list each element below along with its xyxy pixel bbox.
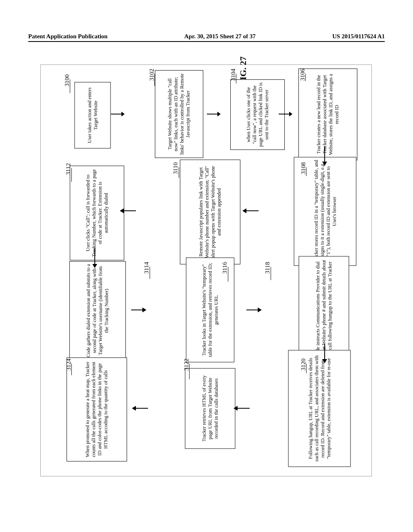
box-3100: User takes action and enters Target Webs… bbox=[75, 82, 111, 149]
ref-3114: 3114 bbox=[143, 262, 150, 274]
leader-3122 bbox=[189, 364, 190, 379]
arrow-3100-3102 bbox=[110, 109, 125, 119]
header-left: Patent Application Publication bbox=[28, 33, 108, 40]
box-3104: when User clicks one of the "call now", … bbox=[230, 79, 285, 150]
figure-area: FIG. 27 User takes action and enters Tar… bbox=[40, 64, 372, 476]
svg-marker-17 bbox=[258, 308, 262, 312]
ref-3116: 3116 bbox=[221, 262, 228, 274]
header-center: Apr. 30, 2015 Sheet 27 of 37 bbox=[184, 33, 256, 40]
box-3102: Target Website shows multiple "call now"… bbox=[155, 70, 203, 158]
leader-3112 bbox=[71, 168, 72, 182]
svg-marker-23 bbox=[132, 406, 136, 411]
leader-3124 bbox=[71, 364, 72, 375]
ref-3122: 3122 bbox=[183, 359, 190, 371]
leader-3104 bbox=[236, 74, 236, 83]
svg-marker-21 bbox=[234, 406, 238, 411]
ref-3112: 3112 bbox=[65, 163, 72, 175]
arrow-3108-3110 bbox=[242, 206, 259, 216]
arrow-3120-3122 bbox=[233, 403, 250, 413]
ref-3120: 3120 bbox=[300, 359, 307, 371]
arrow-3110-3112 bbox=[119, 206, 137, 216]
box-3114: Code gathers dialed extension and submit… bbox=[69, 261, 126, 360]
leader-3114 bbox=[150, 267, 150, 279]
leader-3108 bbox=[306, 167, 307, 176]
svg-marker-19 bbox=[322, 359, 327, 363]
arrow-3122-3124 bbox=[131, 403, 149, 413]
svg-marker-1 bbox=[121, 112, 125, 116]
leader-3120 bbox=[306, 364, 307, 373]
box-3112: User clicks "Call"; call is forwarded to… bbox=[70, 166, 124, 260]
arrow-3102-3104 bbox=[206, 109, 221, 119]
svg-marker-15 bbox=[142, 308, 146, 312]
box-3110: Remote Javascript populates link with Ta… bbox=[180, 160, 240, 264]
page-header: Patent Application Publication Apr. 30, … bbox=[0, 33, 413, 40]
arrow-3104-3106 bbox=[278, 109, 292, 119]
leader-3102 bbox=[154, 74, 155, 86]
arrow-3118-3120 bbox=[320, 343, 330, 363]
leader-3100 bbox=[70, 79, 70, 93]
leader-3110 bbox=[179, 167, 179, 178]
leader-3106 bbox=[305, 74, 306, 81]
header-rule bbox=[28, 41, 385, 42]
svg-marker-9 bbox=[242, 208, 246, 213]
page: Patent Application Publication Apr. 30, … bbox=[0, 0, 413, 532]
header-right: US 2015/0117624 A1 bbox=[332, 33, 385, 40]
arrow-3112-3114 bbox=[90, 247, 100, 268]
ref-3124: 3124 bbox=[65, 359, 72, 371]
arrow-3114-3116 bbox=[130, 305, 146, 315]
ref-3118: 3118 bbox=[264, 262, 271, 274]
box-3122: Tracker retrieves HTML of every page URL… bbox=[185, 368, 236, 449]
arrow-3116-3118 bbox=[246, 305, 262, 315]
ref-3106: 3106 bbox=[299, 69, 306, 81]
ref-3110: 3110 bbox=[172, 162, 179, 174]
flowchart: FIG. 27 User takes action and enters Tar… bbox=[41, 65, 371, 476]
svg-marker-13 bbox=[92, 264, 97, 268]
arrow-3106-3108 bbox=[320, 145, 330, 166]
leader-3116 bbox=[228, 267, 228, 282]
svg-marker-11 bbox=[120, 208, 124, 213]
ref-3102: 3102 bbox=[148, 69, 155, 81]
ref-3108: 3108 bbox=[300, 162, 307, 175]
svg-marker-7 bbox=[322, 162, 327, 166]
leader-3118 bbox=[271, 267, 271, 280]
ref-3100: 3100 bbox=[64, 75, 71, 87]
ref-3104: 3104 bbox=[230, 69, 237, 81]
box-3120: Following hangup, URL at Tracker receive… bbox=[288, 350, 351, 467]
svg-marker-3 bbox=[289, 112, 292, 116]
box-3124: When promoted to generate a heat map, Tr… bbox=[67, 357, 127, 461]
svg-marker-5 bbox=[217, 112, 221, 116]
